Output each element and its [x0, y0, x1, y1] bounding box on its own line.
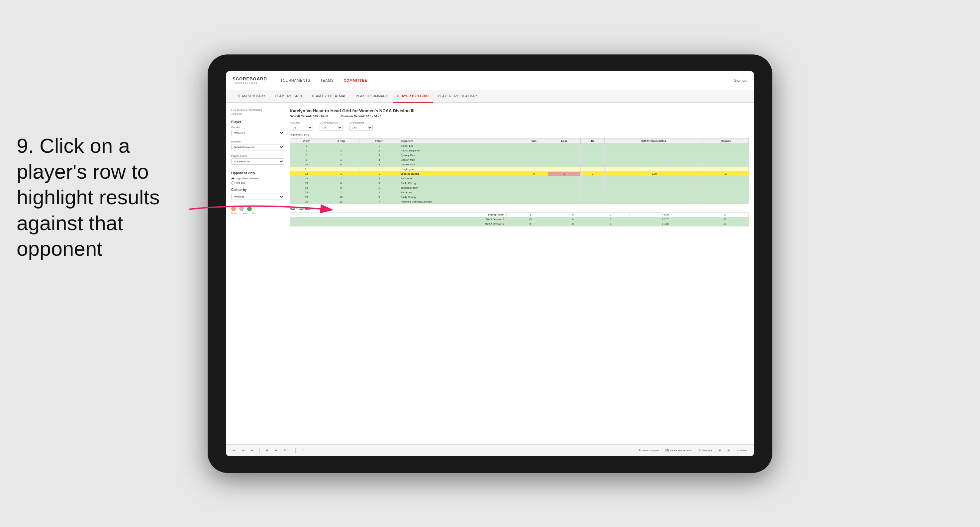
grid-title: Katelyn Vo Head-to-Head Grid for Women's…	[290, 108, 749, 113]
cell-conf: 4	[359, 157, 399, 162]
table-row[interactable]: 9 1 4 Sharon Mun	[290, 157, 749, 162]
out-of-division-table: Foreign Team 1 0 0 4.500 2 NAIA Division…	[290, 212, 749, 227]
sign-out-button[interactable]: Sign out	[734, 78, 748, 83]
table-row[interactable]: 14 7 4 Eunice Yi	[290, 176, 749, 181]
cell-conf: 1	[359, 171, 399, 176]
conference-select[interactable]: (All)	[320, 125, 343, 130]
cell-loss	[548, 162, 581, 167]
opponents-label: Opponents: (All)	[290, 133, 749, 136]
out-cell-win: 5	[507, 222, 554, 226]
cell-rounds	[703, 185, 749, 190]
edit-button[interactable]: ✎ —	[282, 448, 291, 453]
out-table-row[interactable]: NCAA Division 2 5 0 0 7.400 10	[290, 222, 749, 226]
opponent-select[interactable]: (All)	[350, 125, 373, 130]
radio-opponents-played[interactable]: Opponents Played	[231, 177, 284, 180]
cell-win	[520, 199, 548, 204]
out-cell-diff: 7.400	[630, 222, 701, 226]
cell-reg	[323, 167, 359, 171]
out-table-row[interactable]: Foreign Team 1 0 0 4.500 2	[290, 212, 749, 217]
nav-committee[interactable]: COMMITTEE	[344, 77, 368, 84]
player-rank-label: Player (Rank)	[231, 154, 284, 157]
tab-player-h2h-heatmap[interactable]: PLAYER H2H HEATMAP	[433, 90, 481, 103]
out-table-row[interactable]: NAIA Division 1 15 0 0 9.267 30	[290, 217, 749, 222]
tab-player-h2h-grid[interactable]: PLAYER H2H GRID	[393, 90, 434, 103]
cell-opponent: Emily Chang	[399, 195, 520, 199]
cell-rounds	[703, 199, 749, 204]
save-custom-button[interactable]: 💾 Save Custom View	[663, 448, 694, 453]
out-cell-name: Foreign Team	[290, 212, 507, 217]
table-row[interactable]: 20 11 7 Federica Domecq Lacroze	[290, 199, 749, 204]
division-select[interactable]: NCAA Division III	[231, 144, 284, 151]
colour-by-select[interactable]: Win/loss	[231, 194, 284, 200]
tab-player-summary[interactable]: PLAYER SUMMARY	[351, 90, 393, 103]
table-row[interactable]: 15 8 5 Stella Cheng	[290, 181, 749, 185]
toolbar-separator-2	[295, 448, 296, 453]
redo-button[interactable]: ↪	[240, 448, 247, 453]
share-icon: ↗	[737, 449, 739, 452]
cell-opponent: Euna Lee	[399, 190, 520, 195]
player-rank-select[interactable]: 8. Katelyn Vo	[231, 159, 284, 165]
table-row[interactable]: 10 6 3 Andrea York	[290, 162, 749, 167]
cell-rounds	[703, 162, 749, 167]
cell-conf: 3	[359, 153, 399, 157]
out-cell-name: NAIA Division 1	[290, 217, 507, 222]
layout-button[interactable]: ⊞	[717, 448, 723, 453]
cell-loss	[548, 195, 581, 199]
cell-div: 10	[290, 162, 323, 167]
cell-rounds: 2	[703, 171, 749, 176]
tab-team-summary[interactable]: TEAM SUMMARY	[232, 90, 270, 103]
table-row[interactable]: 6 1 3 Sydney Kuo	[290, 153, 749, 157]
grid-button[interactable]: ⊟	[725, 448, 732, 453]
clock-button[interactable]: ⏱	[300, 448, 306, 453]
cell-loss	[548, 185, 581, 190]
col-div: # Div	[290, 138, 323, 143]
cell-conf: 1	[359, 185, 399, 190]
cell-win	[520, 148, 548, 153]
filters-row: Region (All) Conference (All) Opponent	[290, 121, 749, 130]
sub-nav: TEAM SUMMARY TEAM H2H GRID TEAM H2H HEAT…	[226, 90, 754, 103]
gender-label: Gender	[231, 126, 284, 129]
table-row[interactable]: 16 9 1 Jessica Mason	[290, 185, 749, 190]
cell-tie	[581, 157, 605, 162]
view-original-button[interactable]: 👁 View: Original	[636, 448, 660, 453]
tab-team-h2h-heatmap[interactable]: TEAM H2H HEATMAP	[307, 90, 351, 103]
cell-conf: 2	[359, 190, 399, 195]
cell-win	[520, 162, 548, 167]
filter-opponent: Opponent (All)	[350, 121, 373, 130]
cell-reg: 1	[323, 171, 359, 176]
nav-tournaments[interactable]: TOURNAMENTS	[280, 77, 310, 84]
table-row[interactable]: 11 Heeji Hyun	[290, 167, 749, 171]
back-button[interactable]: ↩	[249, 448, 256, 453]
col-opponent: Opponent	[399, 138, 520, 143]
tab-team-h2h-grid[interactable]: TEAM H2H GRID	[270, 90, 307, 103]
tablet-screen: SCOREBOARD Powered by clippd TOURNAMENTS…	[226, 71, 754, 456]
cell-reg: 8	[323, 181, 359, 185]
cell-win: 0	[520, 171, 548, 176]
cell-rounds	[703, 157, 749, 162]
nav-teams[interactable]: TEAMS	[320, 77, 334, 84]
region-select[interactable]: (All)	[290, 125, 313, 130]
cell-reg: 2	[323, 190, 359, 195]
share-button[interactable]: ↗ Share	[735, 448, 749, 453]
cell-tie	[581, 199, 605, 204]
cell-tie	[581, 153, 605, 157]
cell-rounds	[703, 143, 749, 148]
radio-top100[interactable]: Top 100	[231, 181, 284, 185]
table-row[interactable]: 5 2 2 Alexis Sudjianto	[290, 148, 749, 153]
colour-by: Colour by Win/loss Down Level Up	[231, 188, 284, 214]
watch-button[interactable]: 👁 Watch ▾	[697, 448, 714, 453]
table-row-highlighted[interactable]: 13 1 1 Jessica Huang 0 1 0 -3.00 2	[290, 171, 749, 176]
annotation-text: 9. Click on a player's row to highlight …	[17, 133, 183, 262]
table-row[interactable]: 19 10 6 Emily Chang	[290, 195, 749, 199]
watch-icon: 👁	[698, 449, 701, 452]
out-cell-tie: 0	[592, 222, 630, 226]
table-row[interactable]: 18 2 2 Euna Lee	[290, 190, 749, 195]
gender-select[interactable]: Women's	[231, 130, 284, 136]
crop-button[interactable]: ⊞	[264, 448, 270, 453]
cell-reg: 1	[323, 153, 359, 157]
undo-button[interactable]: ↩	[231, 448, 237, 453]
radio-dot-1	[231, 177, 234, 180]
cell-diff: -3.00	[605, 171, 703, 176]
paste-button[interactable]: ⊕	[273, 448, 279, 453]
table-row[interactable]: 3 1 Esther Lee	[290, 143, 749, 148]
